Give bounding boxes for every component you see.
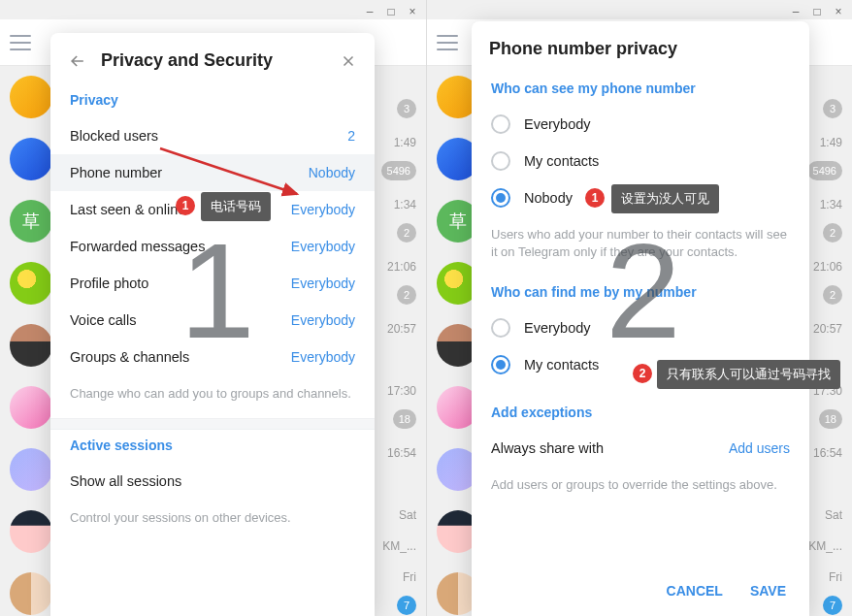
avatar — [10, 262, 52, 305]
section-privacy-label: Privacy — [50, 84, 375, 117]
radio-label: Everybody — [524, 320, 591, 336]
row-value: Everybody — [291, 312, 355, 328]
avatar: 草 — [10, 200, 52, 243]
radio-everybody-see[interactable]: Everybody — [472, 106, 809, 143]
chat-time: Sat — [825, 508, 842, 522]
radio-everybody-find[interactable]: Everybody — [472, 309, 809, 346]
chat-time: 16:54 — [813, 446, 842, 460]
row-value: Everybody — [291, 276, 355, 291]
unread-badge: 2 — [397, 223, 416, 243]
window-controls: – □ × — [782, 0, 852, 23]
avatar — [10, 510, 52, 553]
chat-time: 1:49 — [394, 136, 416, 149]
back-icon[interactable] — [68, 51, 87, 71]
radio-label: Everybody — [524, 116, 591, 132]
row-phone-number[interactable]: Phone number Nobody — [50, 154, 375, 191]
radio-icon — [491, 355, 510, 374]
unread-badge: 7 — [397, 596, 416, 615]
row-show-all-sessions[interactable]: Show all sessions — [50, 463, 375, 500]
groups-description: Change who can add you to groups and cha… — [50, 375, 375, 418]
avatar — [10, 138, 52, 180]
section-see-label: Who can see my phone number — [472, 73, 809, 106]
chat-time: Fri — [829, 570, 842, 584]
unread-badge: 3 — [397, 99, 416, 118]
annotation-badge-1: 1 — [176, 196, 195, 215]
minimize-button[interactable]: – — [362, 4, 377, 19]
chat-time: 17:30 — [387, 384, 416, 398]
section-find-label: Who can find me by my number — [472, 276, 809, 309]
chat-time: 20:57 — [813, 322, 842, 336]
row-label: Last seen & online — [70, 202, 185, 217]
radio-icon — [491, 114, 510, 134]
exceptions-description: Add users or groups to override the sett… — [472, 467, 809, 509]
unread-badge: 18 — [819, 409, 842, 429]
row-label: Forwarded messages — [70, 239, 205, 254]
section-sessions-label: Active sessions — [50, 430, 375, 463]
section-exceptions-label: Add exceptions — [472, 397, 809, 430]
minimize-button[interactable]: – — [788, 4, 803, 19]
annotation-tooltip-2: 只有联系人可以通过号码寻找 — [657, 360, 840, 389]
chat-time: 20:57 — [387, 322, 416, 336]
radio-icon — [491, 188, 510, 208]
row-label: Groups & channels — [70, 349, 189, 365]
modal-title: Privacy and Security — [101, 50, 326, 71]
row-value: Nobody — [309, 165, 355, 180]
chat-time: 1:34 — [820, 198, 842, 211]
avatar — [10, 448, 52, 491]
row-label: Profile photo — [70, 276, 148, 291]
unread-badge: 5496 — [381, 161, 416, 180]
radio-contacts-see[interactable]: My contacts — [472, 143, 809, 179]
maximize-button[interactable]: □ — [809, 4, 825, 19]
chat-time: Fri — [403, 570, 416, 584]
row-profile-photo[interactable]: Profile photo Everybody — [50, 265, 375, 302]
row-groups-channels[interactable]: Groups & channels Everybody — [50, 339, 375, 375]
unread-badge: 18 — [393, 409, 416, 429]
radio-label: My contacts — [524, 153, 599, 169]
row-forwarded[interactable]: Forwarded messages Everybody — [50, 228, 375, 265]
modal-title: Phone number privacy — [489, 39, 792, 59]
avatar — [10, 324, 52, 367]
chat-time: 16:54 — [387, 446, 416, 460]
radio-label: Nobody — [524, 190, 573, 206]
unread-badge: 2 — [823, 285, 842, 305]
section-divider — [50, 418, 375, 430]
chat-preview: KM_... — [382, 539, 416, 553]
chat-preview: KM_... — [808, 539, 842, 553]
row-voice-calls[interactable]: Voice calls Everybody — [50, 302, 375, 339]
menu-icon[interactable] — [437, 35, 458, 50]
row-value: Everybody — [291, 239, 355, 254]
row-value: 2 — [347, 128, 355, 144]
unread-badge: 2 — [397, 285, 416, 305]
see-description: Users who add your number to their conta… — [472, 216, 809, 276]
row-always-share[interactable]: Always share with Add users — [472, 430, 809, 467]
window-controls: – □ × — [356, 0, 426, 23]
close-window-button[interactable]: × — [831, 4, 846, 19]
close-window-button[interactable]: × — [405, 4, 420, 19]
avatar — [10, 386, 52, 429]
annotation-tooltip-1: 电话号码 — [201, 192, 271, 221]
unread-badge: 2 — [823, 223, 842, 243]
menu-icon[interactable] — [10, 35, 31, 50]
annotation-badge-2: 2 — [633, 364, 652, 383]
unread-badge: 5496 — [807, 161, 842, 180]
row-blocked-users[interactable]: Blocked users 2 — [50, 117, 375, 154]
phone-privacy-modal: Phone number privacy Who can see my phon… — [472, 21, 809, 616]
save-button[interactable]: SAVE — [750, 583, 786, 599]
add-users-link[interactable]: Add users — [729, 440, 790, 456]
radio-label: My contacts — [524, 357, 599, 373]
sessions-description: Control your sessions on other devices. — [50, 500, 375, 542]
modal-actions: CANCEL SAVE — [472, 566, 809, 616]
row-label: Phone number — [70, 165, 162, 180]
unread-badge: 3 — [823, 99, 842, 118]
annotation-badge-1: 1 — [585, 188, 605, 208]
row-value: Everybody — [291, 349, 355, 365]
unread-badge: 7 — [823, 596, 842, 615]
maximize-button[interactable]: □ — [383, 4, 399, 19]
chat-time: Sat — [399, 508, 416, 522]
row-label: Voice calls — [70, 312, 137, 328]
close-icon[interactable] — [340, 52, 357, 70]
row-value: Everybody — [291, 202, 355, 217]
cancel-button[interactable]: CANCEL — [667, 583, 723, 599]
radio-icon — [491, 318, 510, 338]
chat-time: 1:49 — [820, 136, 842, 149]
